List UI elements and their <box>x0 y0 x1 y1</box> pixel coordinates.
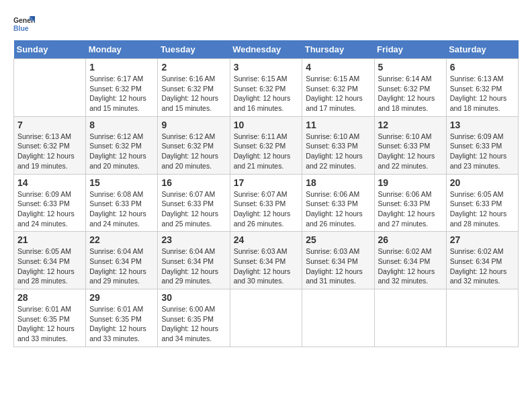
day-number: 28 <box>17 292 82 303</box>
day-info: Sunrise: 6:13 AMSunset: 6:32 PMDaylight:… <box>17 132 82 171</box>
sunrise-label: Sunrise: 6:12 AM <box>89 132 143 140</box>
calendar-cell: 24Sunrise: 6:03 AMSunset: 6:34 PMDayligh… <box>230 232 302 289</box>
sunset-label: Sunset: 6:32 PM <box>378 85 431 93</box>
sunset-label: Sunset: 6:34 PM <box>450 257 502 265</box>
header-row: SundayMondayTuesdayWednesdayThursdayFrid… <box>14 40 519 59</box>
calendar-cell: 27Sunrise: 6:02 AMSunset: 6:34 PMDayligh… <box>446 232 518 289</box>
day-number: 19 <box>378 177 443 188</box>
week-row-1: 1Sunrise: 6:17 AMSunset: 6:32 PMDaylight… <box>14 59 519 117</box>
day-info: Sunrise: 6:03 AMSunset: 6:34 PMDaylight:… <box>234 246 299 286</box>
day-info: Sunrise: 6:09 AMSunset: 6:33 PMDaylight:… <box>450 132 515 171</box>
daylight-label: Daylight: 12 hours and 20 minutes. <box>89 152 146 170</box>
sunset-label: Sunset: 6:34 PM <box>234 257 286 265</box>
sunset-label: Sunset: 6:33 PM <box>89 199 142 208</box>
day-number: 24 <box>234 234 299 245</box>
day-number: 17 <box>234 177 299 188</box>
day-number: 18 <box>306 177 370 188</box>
sunset-label: Sunset: 6:33 PM <box>378 142 431 150</box>
day-info: Sunrise: 6:04 AMSunset: 6:34 PMDaylight:… <box>89 246 154 286</box>
header-cell-saturday: Saturday <box>446 40 518 59</box>
day-number: 26 <box>378 234 443 245</box>
calendar-cell: 8Sunrise: 6:12 AMSunset: 6:32 PMDaylight… <box>86 116 158 174</box>
sunset-label: Sunset: 6:33 PM <box>306 142 358 150</box>
daylight-label: Daylight: 12 hours and 27 minutes. <box>378 210 435 228</box>
sunset-label: Sunset: 6:33 PM <box>17 199 70 208</box>
page-header: General Blue <box>13 13 519 35</box>
calendar-cell: 16Sunrise: 6:07 AMSunset: 6:33 PMDayligh… <box>158 174 230 232</box>
daylight-label: Daylight: 12 hours and 31 minutes. <box>306 267 363 285</box>
day-info: Sunrise: 6:05 AMSunset: 6:34 PMDaylight:… <box>17 246 82 286</box>
sunrise-label: Sunrise: 6:05 AM <box>450 190 504 198</box>
header-cell-wednesday: Wednesday <box>230 40 302 59</box>
day-info: Sunrise: 6:13 AMSunset: 6:32 PMDaylight:… <box>450 74 515 113</box>
daylight-label: Daylight: 12 hours and 20 minutes. <box>161 152 218 170</box>
calendar-cell: 15Sunrise: 6:08 AMSunset: 6:33 PMDayligh… <box>86 174 158 232</box>
calendar-cell: 5Sunrise: 6:14 AMSunset: 6:32 PMDaylight… <box>374 59 446 117</box>
day-number: 13 <box>450 120 515 130</box>
calendar-cell: 6Sunrise: 6:13 AMSunset: 6:32 PMDaylight… <box>446 59 518 117</box>
day-info: Sunrise: 6:10 AMSunset: 6:33 PMDaylight:… <box>378 132 443 171</box>
calendar-cell: 29Sunrise: 6:01 AMSunset: 6:35 PMDayligh… <box>86 289 158 347</box>
day-info: Sunrise: 6:06 AMSunset: 6:33 PMDaylight:… <box>378 189 443 229</box>
sunset-label: Sunset: 6:35 PM <box>17 315 70 323</box>
day-info: Sunrise: 6:15 AMSunset: 6:32 PMDaylight:… <box>234 74 299 113</box>
logo-icon: General Blue <box>13 13 35 35</box>
daylight-label: Daylight: 12 hours and 33 minutes. <box>89 324 146 342</box>
calendar-cell <box>14 59 86 117</box>
day-info: Sunrise: 6:02 AMSunset: 6:34 PMDaylight:… <box>378 246 443 286</box>
day-info: Sunrise: 6:12 AMSunset: 6:32 PMDaylight:… <box>89 132 154 171</box>
sunrise-label: Sunrise: 6:04 AM <box>161 247 215 255</box>
day-info: Sunrise: 6:10 AMSunset: 6:33 PMDaylight:… <box>306 132 370 171</box>
sunrise-label: Sunrise: 6:07 AM <box>234 190 287 198</box>
day-info: Sunrise: 6:07 AMSunset: 6:33 PMDaylight:… <box>234 189 299 229</box>
day-info: Sunrise: 6:07 AMSunset: 6:33 PMDaylight:… <box>161 189 226 229</box>
day-info: Sunrise: 6:15 AMSunset: 6:32 PMDaylight:… <box>306 74 370 113</box>
calendar-cell: 10Sunrise: 6:11 AMSunset: 6:32 PMDayligh… <box>230 116 302 174</box>
day-number: 9 <box>161 120 226 130</box>
calendar-cell <box>446 289 518 347</box>
sunrise-label: Sunrise: 6:16 AM <box>161 75 215 83</box>
calendar-cell: 30Sunrise: 6:00 AMSunset: 6:35 PMDayligh… <box>158 289 230 347</box>
sunrise-label: Sunrise: 6:11 AM <box>234 132 287 140</box>
sunset-label: Sunset: 6:33 PM <box>378 199 431 208</box>
sunset-label: Sunset: 6:35 PM <box>89 315 142 323</box>
header-cell-thursday: Thursday <box>302 40 374 59</box>
sunset-label: Sunset: 6:33 PM <box>450 199 502 208</box>
daylight-label: Daylight: 12 hours and 22 minutes. <box>378 152 435 170</box>
sunset-label: Sunset: 6:32 PM <box>89 85 142 93</box>
day-info: Sunrise: 6:03 AMSunset: 6:34 PMDaylight:… <box>306 246 370 286</box>
sunset-label: Sunset: 6:34 PM <box>378 257 431 265</box>
calendar-cell <box>230 289 302 347</box>
sunrise-label: Sunrise: 6:08 AM <box>89 190 143 198</box>
day-number: 8 <box>89 120 154 130</box>
calendar-cell: 19Sunrise: 6:06 AMSunset: 6:33 PMDayligh… <box>374 174 446 232</box>
day-number: 23 <box>161 234 226 245</box>
day-number: 12 <box>378 120 443 130</box>
day-info: Sunrise: 6:16 AMSunset: 6:32 PMDaylight:… <box>161 74 226 113</box>
day-number: 20 <box>450 177 515 188</box>
day-info: Sunrise: 6:01 AMSunset: 6:35 PMDaylight:… <box>17 304 82 344</box>
daylight-label: Daylight: 12 hours and 32 minutes. <box>378 267 435 285</box>
calendar-cell <box>302 289 374 347</box>
day-info: Sunrise: 6:02 AMSunset: 6:34 PMDaylight:… <box>450 246 515 286</box>
day-number: 15 <box>89 177 154 188</box>
daylight-label: Daylight: 12 hours and 18 minutes. <box>450 94 507 112</box>
day-number: 10 <box>234 120 299 130</box>
sunset-label: Sunset: 6:32 PM <box>89 142 142 150</box>
sunrise-label: Sunrise: 6:05 AM <box>17 247 71 255</box>
daylight-label: Daylight: 12 hours and 26 minutes. <box>306 210 363 228</box>
day-number: 2 <box>161 62 226 73</box>
day-info: Sunrise: 6:05 AMSunset: 6:33 PMDaylight:… <box>450 189 515 229</box>
sunset-label: Sunset: 6:34 PM <box>306 257 358 265</box>
sunset-label: Sunset: 6:33 PM <box>234 199 286 208</box>
sunrise-label: Sunrise: 6:04 AM <box>89 247 143 255</box>
sunset-label: Sunset: 6:33 PM <box>161 199 214 208</box>
day-number: 4 <box>306 62 370 73</box>
sunrise-label: Sunrise: 6:09 AM <box>450 132 504 140</box>
sunset-label: Sunset: 6:34 PM <box>17 257 70 265</box>
calendar-cell: 2Sunrise: 6:16 AMSunset: 6:32 PMDaylight… <box>158 59 230 117</box>
daylight-label: Daylight: 12 hours and 28 minutes. <box>17 267 75 285</box>
day-info: Sunrise: 6:00 AMSunset: 6:35 PMDaylight:… <box>161 304 226 344</box>
daylight-label: Daylight: 12 hours and 15 minutes. <box>161 94 218 112</box>
sunset-label: Sunset: 6:35 PM <box>161 315 214 323</box>
